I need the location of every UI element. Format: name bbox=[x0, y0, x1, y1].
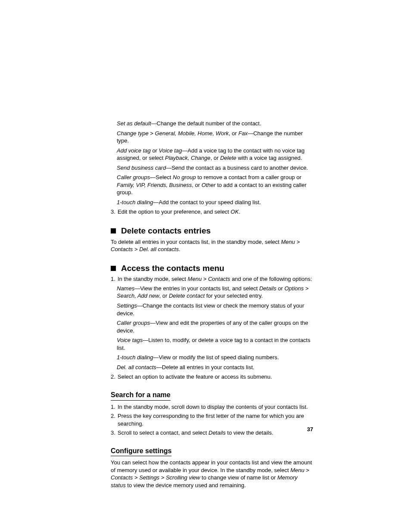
a: To delete all entries in your contacts l… bbox=[111, 239, 281, 245]
term: Send business card bbox=[117, 165, 166, 171]
rest1: —Select bbox=[150, 174, 173, 180]
option-change-type: Change type > General, Mobile, Home, Wor… bbox=[117, 130, 313, 145]
subsection-search-for-name: Search for a name bbox=[111, 390, 171, 401]
option-set-as-default: Set as default—Change the default number… bbox=[117, 120, 313, 128]
term: Set as default bbox=[117, 120, 151, 127]
gt1: > bbox=[295, 239, 300, 245]
gt2: > bbox=[133, 246, 139, 252]
term: Voice tags bbox=[117, 337, 143, 343]
intro-options-block: Set as default—Change the default number… bbox=[111, 120, 313, 206]
step-text: Press the key corresponding to the first… bbox=[118, 412, 313, 427]
menu: Menu bbox=[188, 276, 202, 282]
step-text: In the standby mode, scroll down to disp… bbox=[118, 403, 313, 411]
scrolling-view: Scrolling view bbox=[166, 474, 200, 481]
opt-caller-groups: Caller groups—View and edit the properti… bbox=[117, 319, 313, 334]
opt-voice-tags: Voice tags—Listen to, modify, or delete … bbox=[117, 336, 313, 352]
option-add-voice-tag: Add voice tag or Voice tag—Add a voice t… bbox=[117, 147, 313, 162]
a: You can select how the contacts appear i… bbox=[111, 459, 312, 473]
rest2: to remove a contact from a caller group … bbox=[196, 174, 302, 180]
b: to view the device memory used and remai… bbox=[126, 482, 246, 488]
ok: OK bbox=[230, 208, 239, 215]
a: —View the entries in your contacts list,… bbox=[134, 285, 259, 292]
step-number: 1. bbox=[111, 275, 118, 283]
step-text: Scroll to select a contact, and select D… bbox=[118, 429, 313, 437]
term: 1-touch dialing bbox=[117, 354, 153, 361]
menu: Menu bbox=[281, 239, 295, 245]
term: Settings bbox=[117, 302, 137, 309]
delete-contacts-body: To delete all entries in your contacts l… bbox=[111, 238, 313, 253]
search-step-3: 3. Scroll to select a contact, and selec… bbox=[111, 429, 313, 437]
options: Options bbox=[284, 285, 304, 292]
gt1: > bbox=[304, 467, 309, 473]
square-bullet-icon bbox=[111, 266, 116, 271]
b: . bbox=[179, 246, 181, 252]
section-delete-contacts: Delete contacts entries bbox=[111, 225, 313, 236]
contacts: Contacts bbox=[111, 474, 133, 481]
types: General, Mobile, Home, Work bbox=[155, 130, 229, 137]
or: , or bbox=[159, 292, 169, 299]
rest: —Change the default number of the contac… bbox=[151, 120, 262, 127]
access-step-1: 1. In the standby mode, select Menu > Co… bbox=[111, 275, 313, 283]
step-number: 3. bbox=[111, 429, 118, 437]
or2: , or bbox=[211, 155, 220, 161]
rest: —Delete all entries in your contacts lis… bbox=[156, 364, 255, 370]
search-step-2: 2. Press the key corresponding to the fi… bbox=[111, 412, 313, 427]
term: Change type bbox=[117, 130, 149, 137]
or: , or bbox=[192, 182, 201, 188]
gt: > bbox=[202, 276, 208, 282]
term: Add voice tag bbox=[117, 147, 151, 154]
opt-settings: Settings—Change the contacts list view o… bbox=[117, 302, 313, 317]
mid: to change view of name list or bbox=[200, 474, 277, 481]
search-add: Search, Add new bbox=[117, 292, 159, 299]
or: or bbox=[151, 147, 159, 154]
gt3: > bbox=[159, 474, 166, 481]
settings: Settings bbox=[139, 474, 159, 481]
rest: —View or modify the list of speed dialin… bbox=[153, 354, 279, 361]
rest: —Add the contact to your speed dialing l… bbox=[153, 199, 261, 205]
type-fax: Fax bbox=[238, 130, 248, 137]
gt: > bbox=[149, 130, 155, 137]
groups: Family, VIP, Friends, Business bbox=[117, 182, 192, 188]
step-number: 1. bbox=[111, 403, 118, 411]
term: Del. all contacts bbox=[117, 364, 156, 370]
manual-page: Set as default—Change the default number… bbox=[0, 0, 411, 532]
term: Caller groups bbox=[117, 174, 150, 180]
or: , or bbox=[229, 130, 238, 137]
contacts: Contacts bbox=[208, 276, 230, 282]
section-title: Access the contacts menu bbox=[121, 263, 224, 274]
step-text: Select an option to activate the feature… bbox=[118, 373, 313, 381]
access-options-block: Names—View the entries in your contacts … bbox=[111, 285, 313, 371]
term2: Voice tag bbox=[159, 147, 182, 154]
contacts: Contacts bbox=[111, 246, 133, 252]
gt2: > bbox=[133, 474, 139, 481]
b: for your selected entry. bbox=[205, 292, 263, 299]
opt-del-all-contacts: Del. all contacts—Delete all entries in … bbox=[117, 364, 313, 371]
access-step-2: 2. Select an option to activate the feat… bbox=[111, 373, 313, 381]
page-number: 37 bbox=[307, 426, 313, 433]
del-all: Del. all contacts bbox=[139, 246, 179, 252]
search-step-1: 1. In the standby mode, scroll down to d… bbox=[111, 403, 313, 411]
option-caller-groups: Caller groups—Select No group to remove … bbox=[117, 174, 313, 196]
b: and one of the following options: bbox=[230, 276, 312, 282]
a: Scroll to select a contact, and select bbox=[118, 429, 209, 436]
trio: Playback, Change bbox=[165, 155, 211, 161]
opt-1-touch-dialing: 1-touch dialing—View or modify the list … bbox=[117, 354, 313, 361]
delete-contact: Delete contact bbox=[169, 292, 205, 299]
section-access-contacts: Access the contacts menu bbox=[111, 263, 313, 274]
opt-names: Names—View the entries in your contacts … bbox=[117, 285, 313, 300]
details: Details bbox=[209, 429, 226, 436]
step-number: 2. bbox=[111, 412, 118, 427]
nogroup: No group bbox=[173, 174, 196, 180]
details: Details bbox=[259, 285, 277, 292]
a: In the standby mode, select bbox=[118, 276, 188, 282]
a: Edit the option to your preference, and … bbox=[118, 208, 230, 215]
option-send-business-card: Send business card—Send the contact as a… bbox=[117, 164, 313, 172]
mid: or bbox=[276, 285, 284, 292]
option-1-touch-dialing: 1-touch dialing—Add the contact to your … bbox=[117, 199, 313, 206]
subsection-configure-settings: Configure settings bbox=[111, 446, 171, 457]
rest: —Listen to, modify, or delete a voice ta… bbox=[117, 337, 311, 351]
configure-settings-body: You can select how the contacts appear i… bbox=[111, 459, 313, 489]
rest: —Change the contacts list view or check … bbox=[117, 302, 304, 317]
delete: Delete bbox=[220, 155, 237, 161]
b: . bbox=[239, 208, 240, 215]
